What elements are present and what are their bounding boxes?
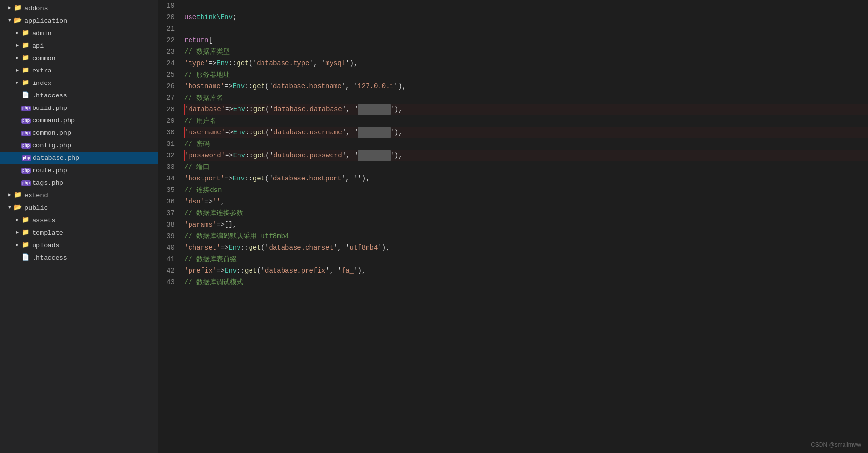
file-icon: php	[22, 154, 30, 162]
line-number: 35	[163, 184, 175, 196]
code-line: 'type' => Env::get('database.type', 'mys…	[184, 58, 868, 69]
sidebar-item-template_folder[interactable]: 📁template	[0, 226, 158, 239]
code-content: 1920212223242526272829303132333435363738…	[158, 0, 868, 288]
sidebar-item-index[interactable]: 📁index	[0, 77, 158, 89]
item-label: route.php	[32, 167, 158, 174]
item-label: assets	[32, 217, 158, 224]
file-icon: 📁	[21, 41, 30, 50]
code-line: // 连接dsn	[184, 184, 868, 196]
line-number: 25	[163, 69, 175, 81]
sidebar-item-addons[interactable]: 📁addons	[0, 2, 158, 14]
file-icon: 📁	[13, 191, 22, 200]
code-line: // 端口	[184, 161, 868, 173]
sidebar-item-tags[interactable]: phptags.php	[0, 177, 158, 189]
file-explorer: 📁addons📂application📁admin📁api📁common📁ext…	[0, 0, 158, 453]
sidebar-item-htaccess1[interactable]: 📄.htaccess	[0, 89, 158, 102]
file-icon: php	[21, 129, 30, 137]
line-number: 42	[163, 265, 175, 276]
item-label: database.php	[33, 155, 158, 162]
item-label: config.php	[32, 142, 158, 149]
file-icon: php	[21, 141, 30, 150]
file-icon: php	[21, 179, 30, 187]
line-number: 21	[163, 23, 175, 35]
item-label: extra	[32, 67, 158, 74]
item-label: public	[24, 204, 158, 212]
line-number: 20	[163, 12, 175, 23]
sidebar-item-extra[interactable]: 📁extra	[0, 64, 158, 77]
line-number: 26	[163, 81, 175, 92]
line-number: 38	[163, 219, 175, 230]
line-number: 30	[163, 127, 175, 138]
file-icon: 📂	[13, 203, 22, 212]
chevron-icon	[13, 229, 21, 237]
item-label: uploads	[32, 242, 158, 249]
item-label: addons	[24, 5, 158, 12]
line-number: 19	[163, 0, 175, 12]
sidebar-item-database[interactable]: phpdatabase.php	[0, 152, 158, 164]
sidebar-item-admin[interactable]: 📁admin	[0, 27, 158, 39]
code-line: 'prefix' => Env::get('database.prefix', …	[184, 265, 868, 276]
file-icon: 📂	[13, 16, 22, 25]
line-number: 41	[163, 253, 175, 265]
line-number: 23	[163, 46, 175, 58]
sidebar-item-route[interactable]: phproute.php	[0, 164, 158, 177]
item-label: extend	[24, 192, 158, 199]
sidebar-item-htaccess2[interactable]: 📄.htaccess	[0, 251, 158, 264]
item-label: admin	[32, 30, 158, 37]
chevron-icon	[13, 42, 21, 49]
file-icon: php	[21, 166, 30, 175]
code-lines: use think\Env; return [ // 数据库类型 'type' …	[182, 0, 868, 288]
line-number: 32	[163, 150, 175, 161]
code-line: 'password' => Env::get('database.passwor…	[184, 150, 868, 161]
line-number: 24	[163, 58, 175, 69]
code-line: 'params' => [],	[184, 219, 868, 230]
code-line	[184, 0, 868, 12]
sidebar-item-common[interactable]: 📁common	[0, 52, 158, 64]
chevron-icon	[6, 4, 13, 12]
code-line: 'hostname' => Env::get('database.hostnam…	[184, 81, 868, 92]
item-label: tags.php	[32, 179, 158, 187]
file-icon: 📁	[21, 228, 30, 237]
chevron-icon	[13, 241, 21, 249]
item-label: common.php	[32, 130, 158, 137]
item-label: common	[32, 55, 158, 62]
code-line: 'dsn' => '',	[184, 196, 868, 207]
code-line	[184, 23, 868, 35]
chevron-icon	[13, 216, 21, 224]
item-label: .htaccess	[32, 92, 158, 99]
file-icon: 📁	[21, 54, 30, 62]
code-line: 'database' => Env::get('database.databas…	[184, 104, 868, 115]
file-icon: 📄	[21, 253, 30, 262]
file-icon: php	[21, 116, 30, 125]
code-line: // 数据库调试模式	[184, 276, 868, 288]
sidebar-item-application[interactable]: 📂application	[0, 14, 158, 27]
file-icon: php	[21, 104, 30, 112]
file-icon: 📁	[13, 4, 22, 12]
item-label: template	[32, 229, 158, 237]
code-line: // 数据库编码默认采用 utf8mb4	[184, 230, 868, 242]
item-label: command.php	[32, 117, 158, 124]
line-number: 37	[163, 207, 175, 219]
line-number: 36	[163, 196, 175, 207]
sidebar-item-command[interactable]: phpcommand.php	[0, 114, 158, 127]
code-line: // 数据库表前缀	[184, 253, 868, 265]
sidebar-item-uploads[interactable]: 📁uploads	[0, 239, 158, 251]
sidebar-item-config[interactable]: phpconfig.php	[0, 139, 158, 152]
line-number: 31	[163, 138, 175, 150]
chevron-icon	[13, 29, 21, 37]
line-number: 39	[163, 230, 175, 242]
sidebar-item-api[interactable]: 📁api	[0, 39, 158, 52]
code-line: return [	[184, 35, 868, 46]
sidebar-item-public[interactable]: 📂public	[0, 202, 158, 214]
chevron-icon	[13, 67, 21, 74]
sidebar-item-extend[interactable]: 📁extend	[0, 189, 158, 202]
code-line: // 数据库名	[184, 92, 868, 104]
file-icon: 📁	[21, 79, 30, 87]
sidebar-item-build[interactable]: phpbuild.php	[0, 102, 158, 114]
code-line: use think\Env;	[184, 12, 868, 23]
sidebar-item-assets[interactable]: 📁assets	[0, 214, 158, 226]
code-line: 'charset' => Env::get('database.charset'…	[184, 242, 868, 253]
sidebar-item-common_php[interactable]: phpcommon.php	[0, 127, 158, 139]
code-line: // 用户名	[184, 115, 868, 127]
file-icon: 📁	[21, 29, 30, 37]
